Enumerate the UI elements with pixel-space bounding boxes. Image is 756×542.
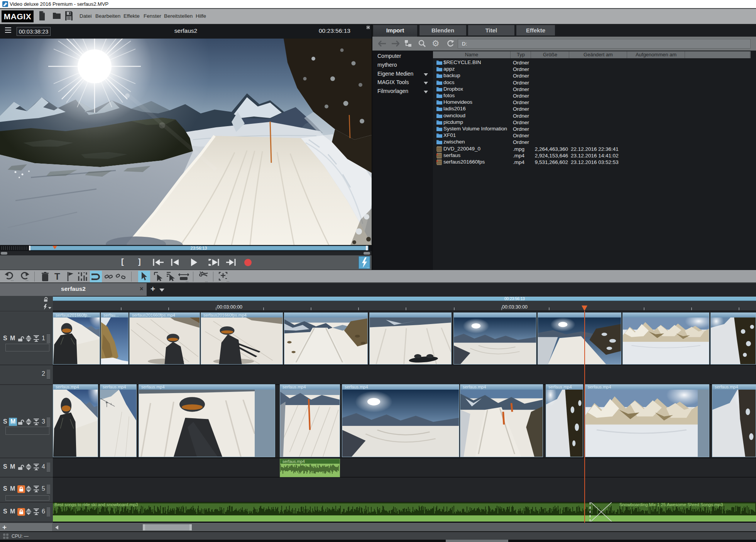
- svg-text:...: ...: [227, 279, 230, 282]
- svg-text:...: ...: [25, 278, 29, 281]
- svg-text:...: ...: [186, 279, 189, 282]
- svg-text:...: ...: [11, 278, 14, 281]
- svg-text:...: ...: [205, 279, 208, 282]
